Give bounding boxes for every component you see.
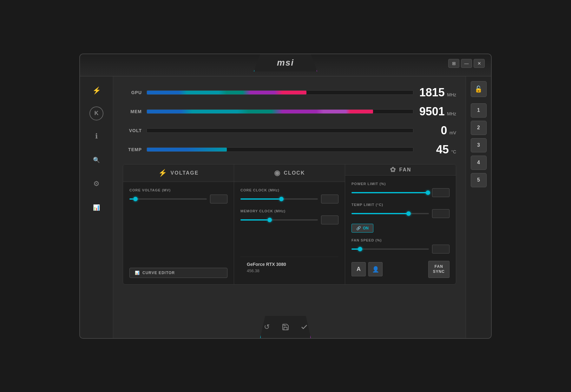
profile-5-button[interactable]: 5 — [471, 173, 487, 187]
power-limit-input[interactable]: 100 — [432, 188, 450, 197]
voltage-icon: ⚡ — [158, 169, 167, 177]
bottom-notch: ↺ — [260, 316, 311, 338]
temp-limit-thumb[interactable] — [406, 211, 411, 216]
gpu-label: GPU — [123, 90, 142, 95]
save-button[interactable] — [279, 320, 292, 334]
core-clock-slider-row: +0 — [240, 195, 338, 203]
sidebar-item-settings[interactable]: ⚙ — [89, 176, 104, 192]
voltage-spacer — [129, 209, 227, 262]
fan-speed-label: FAN SPEED (%) — [351, 238, 450, 242]
volt-value-display: 0 mV — [418, 124, 456, 137]
gpu-value-display: 1815 MHz — [418, 86, 456, 99]
power-limit-thumb[interactable] — [426, 190, 430, 195]
core-clock-group: CORE CLOCK (MHz) +0 — [240, 188, 338, 203]
voltage-panel: ⚡ VOLTAGE CORE VOLTAGE (MV) — [123, 164, 234, 284]
mem-bar — [147, 109, 413, 114]
close-button[interactable]: ✕ — [474, 59, 485, 68]
fan-speed-input[interactable]: 30 — [432, 245, 450, 254]
curve-editor-icon: 📊 — [135, 271, 140, 275]
left-sidebar: ⚡ K ℹ 🔍 ⚙ 📊 — [80, 76, 113, 338]
temp-bar — [147, 147, 413, 152]
core-clock-thumb[interactable] — [279, 197, 284, 201]
profile-3-button[interactable]: 3 — [471, 138, 487, 152]
fan-panel-header: ✿ FAN — [345, 164, 456, 176]
auto-fan-button[interactable]: A — [351, 262, 366, 276]
app-window: msi ⊞ — ✕ ⚡ K ℹ 🔍 ⚙ 📊 🔓 1 2 3 4 5 GPU — [79, 54, 492, 339]
power-limit-group: POWER LIMIT (%) 100 — [351, 182, 450, 197]
monitor-section: GPU 1815 MHz MEM 9501 MHz — [123, 86, 456, 156]
core-voltage-slider-row — [129, 195, 227, 203]
memory-clock-input[interactable]: +0 — [321, 215, 338, 224]
clock-spacer — [240, 230, 338, 251]
core-voltage-thumb[interactable] — [133, 197, 138, 201]
profile-1-button[interactable]: 1 — [471, 103, 487, 118]
power-limit-slider-row: 100 — [351, 188, 450, 197]
sidebar-item-info[interactable]: ℹ — [89, 128, 104, 144]
temp-label: TEMP — [123, 147, 142, 152]
curve-editor-button[interactable]: 📊 CURVE EDITOR — [129, 268, 227, 278]
memory-clock-thumb[interactable] — [267, 218, 272, 222]
user-fan-button[interactable]: 👤 — [368, 262, 383, 276]
clock-title: CLOCK — [284, 170, 305, 176]
temp-limit-track[interactable] — [351, 213, 429, 214]
fan-sync-button[interactable]: FANSYNC — [428, 261, 450, 278]
profile-2-button[interactable]: 2 — [471, 121, 487, 135]
sidebar-item-kombustor[interactable]: K — [89, 106, 103, 120]
mem-value: 9501 — [419, 105, 445, 118]
sidebar-item-monitor[interactable]: 📊 — [89, 200, 104, 215]
window-controls: ⊞ — ✕ — [448, 59, 485, 68]
temp-monitor-row: TEMP 45 °C — [123, 143, 456, 156]
volt-bar — [147, 128, 413, 133]
memory-clock-group: MEMORY CLOCK (MHz) +0 — [240, 209, 338, 224]
save-icon — [282, 323, 289, 331]
memory-clock-label: MEMORY CLOCK (MHz) — [240, 209, 338, 213]
main-content: GPU 1815 MHz MEM 9501 MHz — [113, 76, 466, 338]
mem-bar-fill — [147, 110, 373, 113]
gpu-bar — [147, 90, 413, 95]
sidebar-item-scan[interactable]: 🔍 — [89, 152, 104, 168]
core-voltage-input[interactable] — [210, 195, 227, 203]
power-limit-label: POWER LIMIT (%) — [351, 182, 450, 186]
fan-panel-body: POWER LIMIT (%) 100 TEMP LIMIT (°C) — [345, 176, 456, 284]
temp-limit-group: TEMP LIMIT (°C) 83 — [351, 203, 450, 218]
temp-limit-label: TEMP LIMIT (°C) — [351, 203, 450, 207]
fan-panel: ✿ FAN POWER LIMIT (%) 100 — [345, 164, 456, 284]
minimize-button[interactable]: — — [461, 59, 472, 68]
clock-panel-body: CORE CLOCK (MHz) +0 MEMORY CLOCK (MHz) — [234, 182, 345, 284]
logo-notch: msi — [254, 54, 317, 72]
core-clock-label: CORE CLOCK (MHz) — [240, 188, 338, 192]
core-clock-input[interactable]: +0 — [321, 195, 338, 203]
core-voltage-track[interactable] — [129, 198, 207, 200]
core-voltage-fill — [129, 198, 133, 200]
fan-speed-thumb[interactable] — [358, 247, 362, 251]
voltage-title: VOLTAGE — [171, 170, 199, 176]
power-limit-track[interactable] — [351, 192, 429, 193]
fan-speed-track[interactable] — [351, 248, 429, 250]
lock-button[interactable]: 🔓 — [471, 81, 487, 97]
mem-value-display: 9501 MHz — [418, 105, 456, 118]
profile-4-button[interactable]: 4 — [471, 156, 487, 170]
right-sidebar: 🔓 1 2 3 4 5 — [466, 76, 491, 338]
gpu-bar-fill — [147, 91, 306, 94]
volt-monitor-row: VOLT 0 mV — [123, 124, 456, 137]
msi-logo: msi — [277, 58, 294, 68]
core-clock-track[interactable] — [240, 198, 318, 200]
memory-clock-track[interactable] — [240, 219, 318, 221]
temp-unit: °C — [451, 149, 456, 154]
temp-limit-input[interactable]: 83 — [432, 209, 450, 218]
voltage-panel-body: CORE VOLTAGE (MV) 📊 CURVE EDITOR — [123, 182, 234, 284]
power-limit-fill — [351, 192, 429, 193]
windows-button[interactable]: ⊞ — [448, 59, 459, 68]
fan-icon: ✿ — [390, 166, 396, 174]
temp-limit-fill — [351, 213, 410, 214]
volt-value: 0 — [441, 124, 447, 137]
link-button[interactable]: 🔗 ON — [351, 224, 373, 233]
link-container: 🔗 ON — [351, 224, 450, 233]
driver-version: 456.38 — [247, 268, 332, 273]
gpu-unit: MHz — [447, 92, 456, 97]
core-voltage-group: CORE VOLTAGE (MV) — [129, 188, 227, 203]
fan-speed-slider-row: 30 — [351, 245, 450, 254]
mem-unit: MHz — [447, 111, 456, 116]
sidebar-item-overclock[interactable]: ⚡ — [89, 83, 104, 99]
clock-panel-bottom: GeForce RTX 3080 456.38 — [240, 257, 338, 278]
